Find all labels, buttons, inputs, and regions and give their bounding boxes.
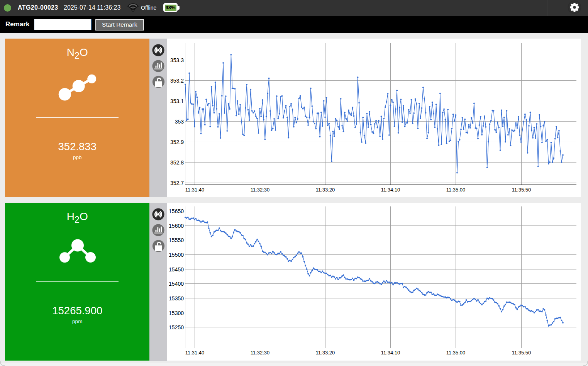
svg-text:15250: 15250 — [169, 324, 184, 330]
svg-text:352.9: 352.9 — [170, 139, 184, 145]
svg-text:353: 353 — [175, 119, 184, 125]
svg-text:11:31:40: 11:31:40 — [185, 350, 205, 356]
svg-text:11:34:10: 11:34:10 — [381, 350, 400, 356]
svg-text:15350: 15350 — [169, 295, 184, 302]
svg-text:15600: 15600 — [169, 223, 184, 229]
svg-text:11:34:10: 11:34:10 — [381, 187, 400, 193]
svg-text:15500: 15500 — [169, 252, 184, 258]
svg-text:11:35:00: 11:35:00 — [446, 187, 466, 193]
svg-text:15400: 15400 — [169, 281, 184, 287]
svg-text:11:35:50: 11:35:50 — [512, 350, 531, 356]
svg-text:11:31:40: 11:31:40 — [185, 187, 205, 193]
svg-text:15300: 15300 — [169, 310, 184, 316]
svg-text:353.2: 353.2 — [170, 78, 184, 84]
svg-text:11:35:00: 11:35:00 — [446, 350, 466, 356]
svg-text:11:33:20: 11:33:20 — [316, 350, 335, 356]
svg-text:15550: 15550 — [169, 237, 184, 243]
svg-text:11:33:20: 11:33:20 — [316, 187, 335, 193]
svg-text:15650: 15650 — [169, 208, 184, 214]
svg-text:11:32:30: 11:32:30 — [251, 350, 270, 356]
svg-text:353.3: 353.3 — [170, 57, 184, 63]
svg-text:353.1: 353.1 — [170, 98, 184, 104]
svg-text:11:35:50: 11:35:50 — [512, 187, 531, 193]
svg-text:352.7: 352.7 — [170, 180, 184, 186]
svg-text:352.8: 352.8 — [170, 159, 184, 166]
svg-text:11:32:30: 11:32:30 — [251, 187, 270, 193]
svg-text:15450: 15450 — [169, 266, 184, 273]
